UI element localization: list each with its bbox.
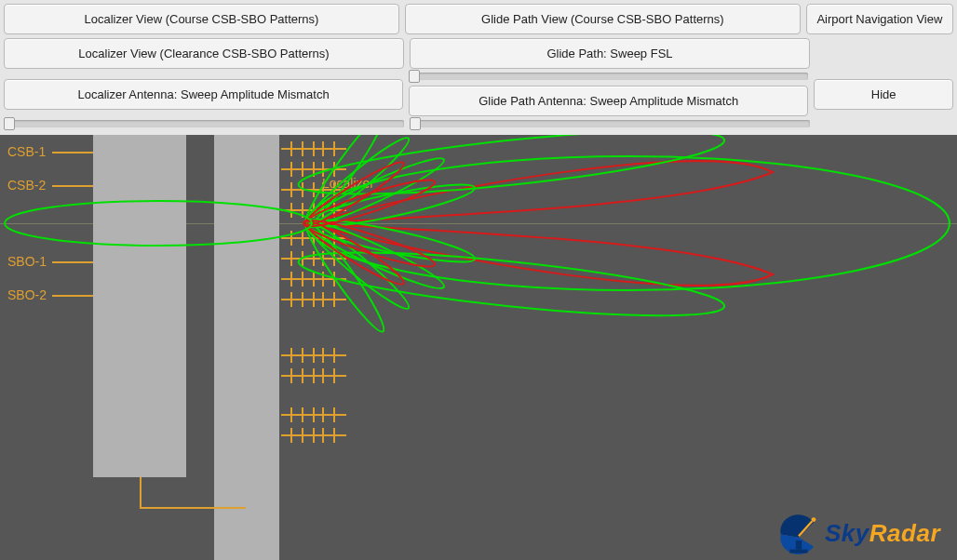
svg-point-15 (5, 201, 312, 246)
brand-logo: Sky Radar (776, 512, 940, 554)
glide-path-amp-slider[interactable] (410, 120, 810, 127)
glide-path-sweep-fsl-button[interactable]: Glide Path: Sweep FSL (410, 38, 810, 69)
logo-text-sky: Sky (825, 519, 869, 548)
svg-point-19 (812, 517, 816, 522)
radiation-patterns (0, 135, 957, 535)
localizer-sweep-button[interactable]: Localizer Antenna: Sweep Amplitude Misma… (4, 79, 403, 110)
control-toolbar: Localizer View (Course CSB-SBO Patterns)… (0, 0, 957, 135)
glide-path-fsl-slider[interactable] (409, 73, 808, 80)
slider-thumb[interactable] (409, 70, 420, 83)
localizer-amp-slider[interactable] (4, 120, 404, 127)
svg-rect-17 (789, 550, 807, 553)
slider-thumb[interactable] (4, 117, 15, 130)
radar-dish-icon (776, 512, 821, 554)
localizer-course-button[interactable]: Localizer View (Course CSB-SBO Patterns) (4, 4, 399, 34)
svg-rect-16 (796, 540, 802, 550)
logo-text-radar: Radar (869, 519, 940, 548)
svg-point-0 (307, 156, 950, 290)
hide-button[interactable]: Hide (814, 79, 953, 110)
slider-thumb[interactable] (410, 117, 421, 130)
glide-path-course-button[interactable]: Glide Path View (Course CSB-SBO Patterns… (405, 4, 801, 34)
airport-nav-button[interactable]: Airport Navigation View (806, 4, 953, 34)
localizer-clearance-button[interactable]: Localizer View (Clearance CSB-SBO Patter… (4, 38, 404, 69)
glide-path-sweep-button[interactable]: Glide Path Antenna: Sweep Amplitude Mism… (409, 86, 808, 116)
pattern-canvas: CSB-1 CSB-2 SBO-1 SBO-2 Localizer (0, 135, 957, 560)
